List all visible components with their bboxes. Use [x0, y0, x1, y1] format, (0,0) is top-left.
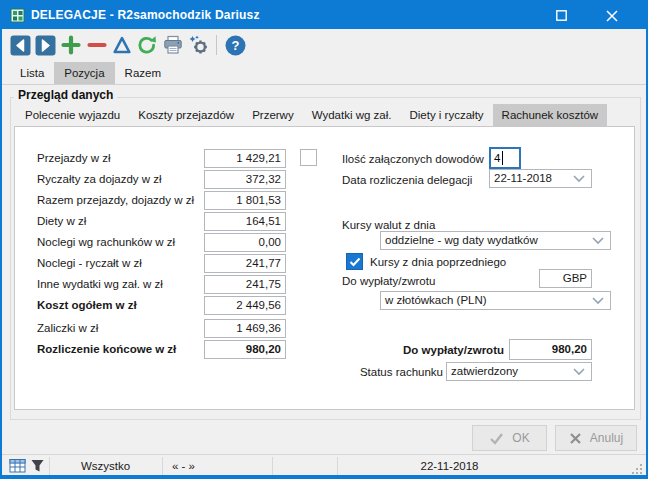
print-button[interactable]: [161, 33, 185, 57]
settlement-date-label: Data rozliczenia delegacji: [342, 171, 472, 190]
status-value: zatwierdzony: [451, 363, 518, 380]
tab-lista[interactable]: Lista: [10, 62, 54, 84]
settings-button[interactable]: [187, 33, 211, 57]
printer-icon: [162, 34, 184, 56]
field-label: Rozliczenie końcowe w zł: [37, 340, 176, 359]
chevron-down-icon: [592, 237, 604, 245]
x-icon: [569, 432, 582, 445]
attachments-input[interactable]: 4: [489, 147, 521, 169]
tab-razem[interactable]: Razem: [115, 62, 171, 84]
detail-tab-strip: Polecenie wyjazdu Koszty przejazdów Prze…: [16, 104, 607, 126]
title-bar[interactable]: DELEGACJE - R2samochodzik Dariusz: [2, 2, 646, 29]
chevron-down-icon: [573, 175, 585, 183]
tab-strip-divider: [2, 84, 646, 85]
field-label: Zaliczki w zł: [37, 319, 98, 338]
chevron-down-icon: [592, 297, 604, 305]
ok-button[interactable]: OK: [472, 425, 547, 451]
prev-day-rates-checkbox[interactable]: [346, 253, 363, 270]
tab-diety-i-ryczalty[interactable]: Diety i ryczałty: [400, 104, 492, 126]
statusbar-date: 22-11-2018: [337, 455, 562, 477]
attachments-label: Ilość załączonych dowodów: [342, 150, 484, 169]
cancel-button-label: Anuluj: [590, 431, 623, 445]
statusbar-divider: [272, 457, 273, 475]
ok-button-label: OK: [512, 431, 529, 445]
maximize-button[interactable]: [541, 2, 581, 29]
payout-label: Do wypłaty/zwrotu: [342, 272, 435, 291]
previous-icon: [10, 35, 31, 56]
check-icon: [349, 257, 361, 267]
tab-pozycja[interactable]: Pozycja: [54, 62, 114, 84]
tab-label: Polecenie wyjazdu: [25, 109, 120, 121]
inne-wydatki-field[interactable]: 241,75: [204, 275, 286, 294]
payout-mode-select[interactable]: w złotówkach (PLN): [380, 291, 611, 310]
field-label: Razem przejazdy, dojazdy w zł: [37, 191, 194, 210]
edit-record-button[interactable]: [110, 33, 134, 57]
resize-grip[interactable]: [630, 462, 643, 475]
tab-wydatki-wg-zal[interactable]: Wydatki wg zał.: [303, 104, 401, 126]
settlement-date-select[interactable]: 22-11-2018: [489, 169, 592, 188]
prev-day-rates-label: Kursy z dnia poprzedniego: [370, 253, 506, 272]
app-window: DELEGACJE - R2samochodzik Dariusz: [0, 0, 648, 479]
field-label: Inne wydatki wg zał. w zł: [37, 275, 163, 294]
noclegi-ryczalt-field[interactable]: 241,77: [204, 254, 286, 273]
field-label: Ryczałty za dojazdy w zł: [37, 170, 162, 189]
grid-view-icon[interactable]: [9, 458, 26, 474]
tab-label: Koszty przejazdów: [138, 109, 234, 121]
tab-label: Rachunek kosztów: [502, 109, 599, 121]
koszt-ogolem-field[interactable]: 2 449,56: [204, 296, 286, 315]
zaliczki-field[interactable]: 1 469,36: [204, 319, 286, 338]
check-icon: [489, 432, 504, 445]
triangle-icon: [112, 35, 132, 55]
tab-polecenie-wyjazdu[interactable]: Polecenie wyjazdu: [16, 104, 129, 126]
cancel-button[interactable]: Anuluj: [555, 425, 637, 451]
status-select[interactable]: zatwierdzony: [446, 362, 592, 381]
minus-icon: [87, 35, 107, 55]
field-label: Przejazdy w zł: [37, 149, 111, 168]
ryczalty-dojazdy-field[interactable]: 372,32: [204, 170, 286, 189]
delete-record-button[interactable]: [85, 33, 109, 57]
diety-field[interactable]: 164,51: [204, 212, 286, 231]
tab-koszty-przejazdow[interactable]: Koszty przejazdów: [129, 104, 243, 126]
przejazdy-field[interactable]: 1 429,21: [204, 149, 286, 168]
close-icon: [606, 10, 618, 22]
tab-lista-label: Lista: [20, 67, 44, 79]
razem-przejazdy-field[interactable]: 1 801,53: [204, 191, 286, 210]
add-record-button[interactable]: [59, 33, 83, 57]
rates-value: oddzielne - wg daty wydatków: [385, 232, 538, 249]
close-button[interactable]: [592, 2, 632, 29]
next-record-button[interactable]: [33, 33, 57, 57]
tab-label: Diety i ryczałty: [409, 109, 483, 121]
refresh-icon: [136, 34, 158, 56]
rates-select[interactable]: oddzielne - wg daty wydatków: [380, 231, 611, 250]
groupbox-title: Przegląd danych: [14, 88, 117, 102]
field-label: Noclegi - ryczałt w zł: [37, 254, 142, 273]
plus-icon: [61, 35, 81, 55]
noclegi-rachunki-field[interactable]: 0,00: [204, 233, 286, 252]
tab-razem-label: Razem: [125, 67, 161, 79]
payout-total-label: Do wypłaty/zwrotu: [342, 341, 504, 360]
app-icon: [10, 8, 26, 24]
settlement-date-value: 22-11-2018: [494, 170, 552, 187]
chevron-down-icon: [573, 368, 585, 376]
toolbar-separator: [216, 35, 217, 55]
filter-icon[interactable]: [30, 458, 45, 473]
tab-przerwy[interactable]: Przerwy: [243, 104, 303, 126]
toolbar: ?: [2, 29, 646, 61]
help-button[interactable]: ?: [223, 33, 247, 57]
gear-icon: [188, 34, 210, 56]
statusbar-range[interactable]: « - »: [172, 455, 195, 477]
payout-currency-field[interactable]: GBP: [539, 269, 592, 288]
payout-mode-value: w złotówkach (PLN): [385, 292, 487, 309]
przejazdy-checkbox[interactable]: [300, 149, 317, 166]
field-label: Noclegi wg rachunków w zł: [37, 233, 175, 252]
statusbar-scope[interactable]: Wszystko: [49, 455, 162, 477]
refresh-button[interactable]: [135, 33, 159, 57]
payout-total-field[interactable]: 980,20: [509, 339, 592, 360]
status-bar: Wszystko « - » 22-11-2018: [2, 454, 646, 477]
tab-rachunek-kosztow[interactable]: Rachunek kosztów: [493, 104, 608, 126]
rozliczenie-koncowe-field[interactable]: 980,20: [204, 340, 286, 359]
previous-record-button[interactable]: [8, 33, 32, 57]
field-label: Koszt ogółem w zł: [37, 296, 137, 315]
help-icon: ?: [225, 35, 246, 56]
main-tab-strip: Lista Pozycja Razem: [10, 62, 171, 84]
